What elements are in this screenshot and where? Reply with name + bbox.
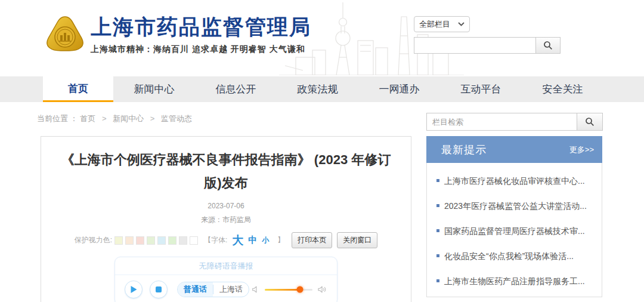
list-item[interactable]: 上海市生物医药产品注册指导服务工...	[434, 272, 595, 297]
article-date: 2023-07-06	[41, 202, 411, 210]
list-item-text: 上海市医疗器械化妆品审评核查中心...	[444, 175, 585, 187]
brand-block: 上海市药品监督管理局 上海城市精神：海纳百川 追求卓越 开明睿智 大气谦和	[91, 14, 311, 55]
breadcrumb-home[interactable]: 首页	[80, 114, 95, 123]
volume-slider-knob[interactable]	[297, 286, 304, 293]
search-icon	[543, 41, 553, 50]
column-search-input[interactable]	[426, 113, 577, 131]
eye-protect-swatch-6[interactable]	[168, 236, 177, 245]
site-title: 上海市药品监督管理局	[91, 14, 311, 39]
volume-slider[interactable]	[265, 289, 312, 291]
breadcrumb-separator: >	[150, 114, 155, 123]
font-size-label-open: 【字体:	[204, 235, 227, 245]
bullet-icon	[436, 279, 439, 282]
eye-protect-swatch-5[interactable]	[157, 236, 166, 245]
breadcrumb-news-center[interactable]: 新闻中心	[113, 114, 144, 123]
language-shanghainese-button[interactable]: 上海话	[213, 282, 249, 297]
bullet-icon	[436, 254, 439, 257]
bullet-icon	[436, 204, 439, 207]
nav-tab-online-services[interactable]: 一网通办	[358, 76, 440, 102]
nav-tab-info-disclosure[interactable]: 信息公开	[195, 76, 277, 102]
list-item[interactable]: 国家药品监督管理局医疗器械技术审...	[434, 221, 595, 246]
column-search-button[interactable]	[577, 113, 603, 131]
list-item[interactable]: 2023年医疗器械监管公益大讲堂活动...	[434, 196, 595, 221]
latest-tips-list: 上海市医疗器械化妆品审评核查中心... 2023年医疗器械监管公益大讲堂活动..…	[426, 163, 602, 297]
print-page-button[interactable]: 打印本页	[292, 232, 332, 248]
latest-tips-header: 最新提示 更多>>	[426, 136, 602, 163]
search-icon	[585, 117, 595, 127]
latest-tips-title: 最新提示	[441, 143, 487, 157]
eye-protect-swatch-8[interactable]	[190, 236, 198, 245]
stop-icon	[156, 286, 162, 292]
list-item-text: 上海市生物医药产品注册指导服务工...	[444, 276, 585, 287]
font-size-label-close: 】	[277, 235, 284, 245]
nav-tab-policies[interactable]: 政策法规	[277, 76, 358, 102]
main-nav: 首页 新闻中心 信息公开 政策法规 一网通办 互动平台 安全关注	[0, 76, 644, 102]
breadcrumb-label: 当前位置 ：	[37, 114, 78, 123]
breadcrumb: 当前位置 ： 首页 > 新闻中心 > 监管动态	[37, 113, 192, 124]
nav-tab-news[interactable]: 新闻中心	[113, 76, 195, 102]
audio-player-title: 无障碍语音播报	[115, 257, 337, 275]
breadcrumb-regulatory-updates[interactable]: 监管动态	[161, 114, 192, 123]
close-window-button[interactable]: 关闭窗口	[337, 232, 377, 248]
language-mandarin-button[interactable]: 普通话	[178, 282, 213, 297]
more-link[interactable]: 更多>>	[569, 144, 594, 155]
article-title: 《上海市个例医疗器械不良事件报告指南》 (2023 年修订版)发布	[58, 149, 394, 195]
site-header: 上海市药品监督管理局 上海城市精神：海纳百川 追求卓越 开明睿智 大气谦和 全部…	[0, 0, 644, 76]
nav-tab-interaction[interactable]: 互动平台	[440, 76, 522, 102]
nav-tab-home[interactable]: 首页	[43, 76, 113, 102]
volume-control	[252, 285, 327, 294]
bullet-icon	[436, 229, 439, 232]
accessibility-audio-player: 无障碍语音播报 普通话 上海话	[114, 257, 338, 302]
stop-button[interactable]	[150, 281, 168, 298]
eye-protect-swatch-3[interactable]	[136, 236, 144, 245]
eye-protect-swatch-1[interactable]	[114, 236, 123, 245]
list-item-text: 国家药品监督管理局医疗器械技术审...	[444, 226, 585, 237]
category-select[interactable]: 全部栏目	[414, 16, 470, 32]
category-select-value: 全部栏目	[419, 19, 450, 30]
font-size-small-button[interactable]: 小	[262, 235, 269, 245]
article-source: 来源：市药监局	[41, 215, 411, 225]
agency-logo	[45, 16, 85, 54]
site-search-input[interactable]	[414, 37, 535, 54]
font-size-medium-button[interactable]: 中	[248, 235, 257, 246]
font-size-large-button[interactable]: 大	[232, 233, 243, 248]
list-item[interactable]: 化妆品安全“你点我检”现场体验活...	[434, 246, 595, 272]
eye-protect-swatch-4[interactable]	[147, 236, 155, 245]
site-search-button[interactable]	[535, 37, 561, 54]
volume-high-icon	[317, 285, 327, 294]
eye-protect-swatch-7[interactable]	[179, 236, 187, 245]
site-slogan: 上海城市精神：海纳百川 追求卓越 开明睿智 大气谦和	[91, 44, 311, 55]
audio-player-controls: 普通话 上海话	[115, 275, 337, 302]
language-toggle: 普通话 上海话	[177, 282, 249, 297]
breadcrumb-separator: >	[102, 114, 107, 123]
sidebar-search	[426, 113, 603, 131]
page: 上海市药品监督管理局 上海城市精神：海纳百川 追求卓越 开明睿智 大气谦和 全部…	[0, 0, 644, 302]
list-item[interactable]: 上海市医疗器械化妆品审评核查中心...	[434, 171, 595, 196]
list-item-text: 化妆品安全“你点我检”现场体验活...	[444, 251, 574, 262]
eye-protect-swatch-2[interactable]	[125, 236, 134, 245]
play-button[interactable]	[125, 281, 143, 298]
nav-tab-safety[interactable]: 安全关注	[522, 76, 603, 102]
article-toolbar: 保护视力色: 【字体: 大 中 小 】 打印本页 关闭窗口	[41, 232, 411, 248]
volume-low-icon	[252, 285, 260, 294]
bullet-icon	[436, 179, 439, 182]
site-search	[414, 37, 561, 54]
play-icon	[130, 285, 137, 294]
eye-protect-label: 保护视力色:	[75, 235, 112, 245]
list-item-text: 2023年医疗器械监管公益大讲堂活动...	[444, 201, 587, 212]
chevron-down-icon	[458, 22, 465, 26]
article-panel: 《上海市个例医疗器械不良事件报告指南》 (2023 年修订版)发布 2023-0…	[41, 136, 411, 302]
